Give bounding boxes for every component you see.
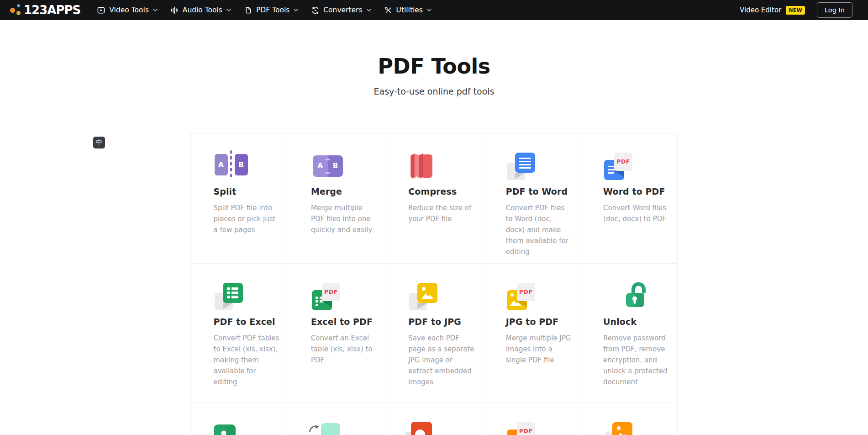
tool-card-partial-2[interactable] bbox=[288, 403, 385, 435]
tool-description: Merge multiple PDF files into one quickl… bbox=[311, 202, 377, 235]
tool-card-compress[interactable]: Compress Reduce the size of your PDF fil… bbox=[385, 133, 483, 264]
page-title: PDF Tools bbox=[0, 54, 868, 79]
tool-title: Merge bbox=[311, 186, 377, 196]
compress-accordion-icon bbox=[408, 152, 474, 186]
orange-image-icon bbox=[603, 422, 669, 435]
page-a: A bbox=[215, 154, 228, 175]
split-dash-line bbox=[230, 150, 232, 179]
translate-glyph: 中 bbox=[96, 138, 102, 147]
tool-card-pdf-to-excel[interactable]: PDF to Excel Convert PDF tables to Excel… bbox=[191, 264, 288, 403]
video-play-icon bbox=[97, 6, 105, 15]
tool-card-merge[interactable]: A B Merge Merge multiple PDF files into … bbox=[288, 133, 385, 264]
tool-description: Convert an Excel table (xls, xlsx) to PD… bbox=[311, 333, 377, 366]
menu-label: Utilities bbox=[396, 6, 423, 14]
tool-description: Merge multiple JPG images into a single … bbox=[506, 333, 572, 366]
orange-square bbox=[411, 422, 432, 435]
tool-title: PDF to JPG bbox=[408, 317, 474, 327]
tool-card-pdf-to-jpg[interactable]: PDF to JPG Save each PDF page as a separ… bbox=[385, 264, 483, 403]
tools-grid: A B Split Split PDF file into pieces or … bbox=[190, 133, 678, 435]
tool-description: Convert PDF tables to Excel (xls, xlsx),… bbox=[214, 333, 279, 387]
tool-title: Split bbox=[214, 186, 279, 196]
translate-widget[interactable]: 中 bbox=[93, 137, 105, 149]
tool-card-pdf-to-word[interactable]: PDF to Word Convert PDF files to Word (d… bbox=[483, 133, 580, 264]
pdf-label: PDF bbox=[614, 153, 632, 171]
mint-page bbox=[321, 423, 340, 435]
merge-pages-icon: A B bbox=[311, 152, 377, 186]
rotate-arrow-icon bbox=[311, 422, 377, 435]
pdf-label: PDF bbox=[517, 283, 535, 301]
tool-card-jpg-to-pdf[interactable]: PDF JPG to PDF Merge multiple JPG images… bbox=[483, 264, 580, 403]
menu-label: Converters bbox=[323, 6, 362, 14]
tool-title: PDF to Word bbox=[506, 186, 572, 196]
orange-reader-icon bbox=[408, 422, 474, 435]
menu-converters[interactable]: Converters bbox=[311, 6, 371, 15]
tool-card-word-to-pdf[interactable]: PDF Word to PDF Convert Word files (doc,… bbox=[580, 133, 678, 264]
tool-card-partial-5[interactable] bbox=[580, 403, 678, 435]
pdf-to-excel-icon bbox=[214, 282, 279, 317]
chevron-down-icon bbox=[367, 9, 371, 11]
login-button[interactable]: Log In bbox=[817, 2, 852, 18]
hero: PDF Tools Easy-to-use online pdf tools bbox=[0, 20, 868, 97]
green-padlock-icon bbox=[214, 422, 279, 435]
audio-waveform-icon bbox=[170, 6, 179, 15]
tool-description: Convert Word files (doc, docx) to PDF bbox=[603, 202, 669, 224]
jpg-to-pdf-icon: PDF bbox=[506, 282, 572, 317]
tool-title: PDF to Excel bbox=[214, 317, 279, 327]
tool-title: Compress bbox=[408, 186, 474, 196]
tool-description: Convert PDF files to Word (doc, docx) an… bbox=[506, 202, 572, 257]
brand-name: 123APPS bbox=[24, 3, 80, 17]
convert-arrows-icon bbox=[311, 6, 320, 15]
orange-to-pdf-icon: PDF bbox=[506, 422, 572, 435]
tool-card-partial-1[interactable] bbox=[191, 403, 288, 435]
menu-label: Video Tools bbox=[109, 6, 149, 14]
page-b: B bbox=[235, 154, 248, 175]
half-b: B bbox=[328, 155, 343, 177]
chevron-down-icon bbox=[153, 9, 158, 11]
logo-dots-icon bbox=[10, 4, 22, 16]
navbar-right: Video Editor NEW Log In bbox=[740, 2, 852, 18]
chevron-down-icon bbox=[427, 9, 431, 11]
merge-rect: A B bbox=[313, 155, 343, 177]
tool-card-partial-3[interactable] bbox=[385, 403, 483, 435]
word-to-pdf-icon: PDF bbox=[603, 152, 669, 186]
unlock-padlock-icon bbox=[603, 282, 669, 317]
video-editor-link[interactable]: Video Editor bbox=[740, 6, 781, 14]
split-pages-icon: A B bbox=[214, 152, 279, 186]
navbar: 123APPS Video Tools Audio Tools PDF Tool… bbox=[0, 0, 868, 20]
pdf-to-word-icon bbox=[506, 152, 572, 186]
menu-audio-tools[interactable]: Audio Tools bbox=[170, 6, 231, 15]
new-badge: NEW bbox=[786, 6, 805, 15]
main-menu: Video Tools Audio Tools PDF Tools Conver… bbox=[97, 6, 431, 15]
chevron-down-icon bbox=[294, 9, 298, 11]
menu-label: Audio Tools bbox=[183, 6, 222, 14]
tool-description: Save each PDF page as a separate JPG ima… bbox=[408, 333, 474, 387]
tool-card-split[interactable]: A B Split Split PDF file into pieces or … bbox=[191, 133, 288, 264]
tool-card-unlock[interactable]: Unlock Remove password from PDF, remove … bbox=[580, 264, 678, 403]
pdf-file-icon bbox=[244, 6, 253, 15]
tool-title: Unlock bbox=[603, 317, 669, 327]
menu-video-tools[interactable]: Video Tools bbox=[97, 6, 158, 15]
page-subtitle: Easy-to-use online pdf tools bbox=[0, 86, 868, 97]
tool-description: Split PDF file into pieces or pick just … bbox=[214, 202, 279, 235]
pdf-to-jpg-icon bbox=[408, 282, 474, 317]
tool-description: Remove password from PDF, remove encrypt… bbox=[603, 333, 669, 387]
tool-card-excel-to-pdf[interactable]: PDF Excel to PDF Convert an Excel table … bbox=[288, 264, 385, 403]
pdf-label: PDF bbox=[322, 283, 340, 301]
crossed-tools-icon bbox=[384, 6, 393, 15]
tool-title: Excel to PDF bbox=[311, 317, 377, 327]
pdf-label: PDF bbox=[517, 422, 535, 435]
tool-title: JPG to PDF bbox=[506, 317, 572, 327]
tool-description: Reduce the size of your PDF file bbox=[408, 202, 474, 224]
menu-label: PDF Tools bbox=[256, 6, 289, 14]
tool-card-partial-4[interactable]: PDF bbox=[483, 403, 580, 435]
brand-logo[interactable]: 123APPS bbox=[10, 3, 80, 17]
excel-to-pdf-icon: PDF bbox=[311, 282, 377, 317]
tool-title: Word to PDF bbox=[603, 186, 669, 196]
menu-utilities[interactable]: Utilities bbox=[384, 6, 431, 15]
chevron-down-icon bbox=[226, 9, 231, 11]
menu-pdf-tools[interactable]: PDF Tools bbox=[244, 6, 298, 15]
